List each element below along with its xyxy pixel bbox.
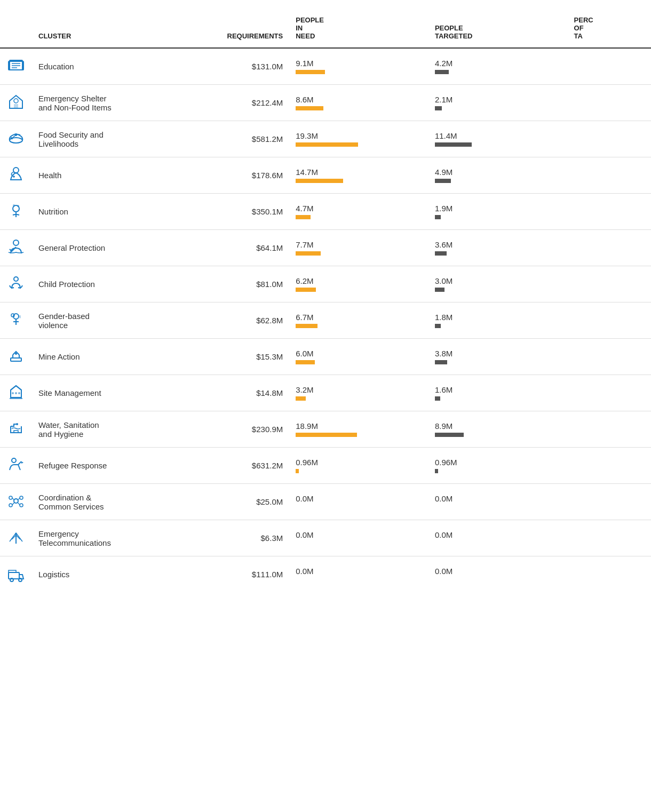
people-in-need: 3.2M — [289, 375, 428, 411]
cluster-name: Coordination &Common Services — [32, 484, 185, 520]
requirements-value: $111.0M — [185, 556, 290, 593]
table-row: Mine Action$15.3M6.0M 3.8M — [0, 339, 651, 375]
people-in-need-bar — [296, 251, 321, 256]
icon-health — [0, 157, 32, 194]
cluster-name: Gender-basedviolence — [32, 302, 185, 339]
people-in-need-bar — [296, 396, 306, 401]
people-targeted-value: 3.0M — [435, 276, 561, 285]
icon-gbv: ♀ — [0, 302, 32, 339]
percent-of-target — [568, 302, 651, 339]
col-header-icon — [0, 11, 32, 48]
col-header-cluster: CLUSTER — [32, 11, 185, 48]
cluster-name: Logistics — [32, 556, 185, 593]
people-in-need: 14.7M — [289, 157, 428, 194]
svg-point-14 — [13, 240, 19, 245]
icon-child-protection — [0, 266, 32, 302]
people-targeted-value: 11.4M — [435, 131, 561, 140]
cluster-name: Nutrition — [32, 194, 185, 230]
percent-of-target — [568, 520, 651, 556]
people-in-need-value: 19.3M — [296, 131, 422, 140]
people-targeted: 1.8M — [428, 302, 568, 339]
people-targeted: 1.6M — [428, 375, 568, 411]
table-row: Water, Sanitationand Hygiene$230.9M18.9M… — [0, 411, 651, 448]
people-targeted: 11.4M — [428, 121, 568, 157]
cluster-table: CLUSTER REQUIREMENTS PEOPLEINNEED PEOPLE… — [0, 11, 651, 592]
people-targeted-value: 3.8M — [435, 349, 561, 358]
percent-of-target — [568, 411, 651, 448]
people-in-need: 0.0M — [289, 520, 428, 556]
people-in-need-value: 6.7M — [296, 313, 422, 322]
percent-of-target — [568, 194, 651, 230]
svg-point-28 — [20, 496, 23, 499]
people-in-need-value: 9.1M — [296, 59, 422, 68]
people-targeted-value: 2.1M — [435, 95, 561, 104]
cluster-name: Education — [32, 48, 185, 85]
people-in-need-bar — [296, 106, 323, 110]
people-in-need: 7.7M — [289, 230, 428, 266]
people-in-need-value: 0.0M — [296, 567, 422, 576]
cluster-name: EmergencyTelecommunications — [32, 520, 185, 556]
icon-wash — [0, 411, 32, 448]
svg-point-30 — [20, 504, 23, 507]
people-targeted: 3.6M — [428, 230, 568, 266]
people-in-need-bar — [296, 469, 299, 473]
svg-point-15 — [14, 277, 18, 281]
people-targeted-value: 0.0M — [435, 530, 561, 539]
svg-line-32 — [18, 498, 20, 500]
people-in-need-bar — [296, 70, 325, 74]
people-targeted-bar — [435, 179, 451, 183]
icon-shelter — [0, 85, 32, 121]
people-targeted-bar — [435, 142, 472, 147]
people-targeted: 0.96M — [428, 448, 568, 484]
people-targeted: 1.9M — [428, 194, 568, 230]
people-targeted-bar — [435, 215, 441, 219]
people-targeted-bar — [435, 106, 442, 110]
people-in-need-bar — [296, 324, 317, 328]
people-targeted-value: 0.96M — [435, 458, 561, 467]
people-targeted-value: 1.6M — [435, 385, 561, 394]
people-targeted-value: 1.9M — [435, 204, 561, 213]
people-targeted: 3.8M — [428, 339, 568, 375]
table-row: Refugee Response$631.2M0.96M 0.96M — [0, 448, 651, 484]
people-in-need-bar — [296, 179, 343, 183]
main-table-container: CLUSTER REQUIREMENTS PEOPLEINNEED PEOPLE… — [0, 0, 651, 603]
svg-line-31 — [12, 498, 14, 500]
svg-point-24 — [16, 423, 18, 425]
svg-point-13 — [17, 205, 19, 207]
percent-of-target — [568, 339, 651, 375]
people-in-need-bar — [296, 288, 316, 292]
svg-point-36 — [15, 533, 17, 535]
cluster-name: General Protection — [32, 230, 185, 266]
percent-of-target — [568, 157, 651, 194]
svg-rect-37 — [9, 572, 19, 579]
people-targeted-bar — [435, 396, 440, 401]
people-in-need-value: 18.9M — [296, 421, 422, 431]
people-targeted: 2.1M — [428, 85, 568, 121]
people-in-need: 0.96M — [289, 448, 428, 484]
requirements-value: $62.8M — [185, 302, 290, 339]
people-targeted: 0.0M — [428, 520, 568, 556]
people-in-need: 19.3M — [289, 121, 428, 157]
table-row: Nutrition$350.1M4.7M 1.9M — [0, 194, 651, 230]
requirements-value: $230.9M — [185, 411, 290, 448]
requirements-value: $14.8M — [185, 375, 290, 411]
people-targeted-bar — [435, 251, 447, 256]
people-in-need: 0.0M — [289, 484, 428, 520]
table-row: General Protection$64.1M7.7M 3.6M — [0, 230, 651, 266]
col-header-requirements: REQUIREMENTS — [185, 11, 290, 48]
svg-rect-5 — [14, 104, 18, 108]
svg-point-21 — [12, 392, 14, 394]
people-in-need-value: 0.96M — [296, 458, 422, 467]
col-header-people-in-need: PEOPLEINNEED — [289, 11, 428, 48]
people-in-need: 6.7M — [289, 302, 428, 339]
percent-of-target — [568, 556, 651, 593]
svg-text:♀: ♀ — [18, 314, 22, 320]
people-targeted-bar — [435, 360, 447, 364]
people-in-need-bar — [296, 142, 358, 147]
icon-protection — [0, 230, 32, 266]
people-in-need: 0.0M — [289, 556, 428, 593]
requirements-value: $25.0M — [185, 484, 290, 520]
requirements-value: $631.2M — [185, 448, 290, 484]
people-in-need-value: 4.7M — [296, 204, 422, 213]
people-in-need-value: 14.7M — [296, 168, 422, 177]
